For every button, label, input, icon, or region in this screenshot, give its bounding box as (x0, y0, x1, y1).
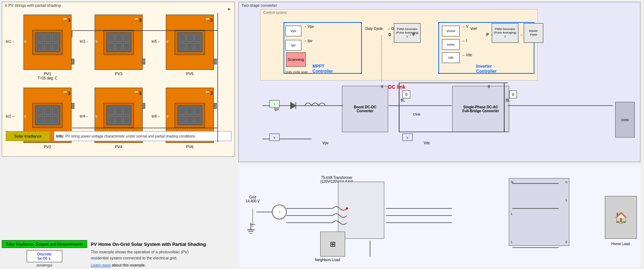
single-phase-label: Single-Phase DC-ACFull-Bridge Converter (463, 105, 499, 113)
home-load-icon: 🏠 (614, 211, 628, 224)
neighbors-label: Neighbors Load (315, 258, 340, 262)
pv1-panel-icon (35, 32, 60, 52)
pv4-arrow: →∃ (134, 91, 142, 96)
description-text: This example shows the operation of a ph… (91, 249, 233, 261)
ir3-label: Ir (95, 40, 97, 43)
n-label-r: n (565, 180, 567, 184)
vconv-block: Vconv (442, 26, 460, 36)
conv-box: conv (615, 102, 635, 138)
solar-irradiance-label: Solar Irradiance (14, 134, 42, 138)
svg-rect-25 (269, 100, 279, 108)
n-label: N (511, 180, 513, 184)
vdc-out-label: → Vdc (461, 53, 472, 57)
pv4-inner (104, 103, 134, 128)
grid-text: Grid14,400 V (246, 195, 260, 203)
pv1-inner (32, 30, 63, 55)
pv2-arrow: →∃ (63, 91, 70, 96)
iconv-label: Iconv (447, 43, 455, 46)
scanning-box: Scanning (286, 52, 306, 67)
l2-label: L (511, 240, 513, 244)
pwm2-label: PWM Generator(Pulse Averaging)2 (494, 27, 516, 38)
pv5-label: PV5 (186, 72, 194, 76)
svg-rect-21 (269, 134, 279, 141)
pwm1-label: PWM Generator(Pulse Averaging)1 (396, 27, 418, 38)
bipolar-label: BipolarPWM (529, 29, 538, 37)
boost-label: Boost DC-DCConverter (354, 105, 376, 113)
duty-cycle-label: Duty Cycle (365, 27, 382, 31)
info-label: Info: (56, 134, 64, 138)
pv5-arrow: →∃ (206, 18, 213, 23)
svg-point-32 (272, 205, 286, 219)
one-label: 1 (565, 198, 567, 202)
svg-text:v: v (407, 136, 408, 139)
learn-more-link[interactable]: Learn more (91, 263, 111, 267)
pv1-label: PV1 (44, 72, 51, 76)
neighbors-box: ⊞ (320, 232, 345, 257)
distribution-panel: N L L n 1 2 (509, 178, 569, 246)
two-stage-box: Two-stage converter Control system MPPTC… (238, 2, 640, 162)
grid-label: Grid14,400 V (246, 195, 260, 203)
duty-cycle-scan-label: Duty cycle scan (285, 70, 308, 74)
bottom-left-controls: Solar Irradiance, Scopes and Measurement… (2, 240, 87, 267)
two-stage-title: Two-stage converter (242, 3, 277, 7)
bl-label-2: BL (506, 98, 510, 102)
pv-section-title: 6 PV strings with partial shading (5, 3, 61, 7)
pv1-box: m →∃ PV1 T=25 deg. C (23, 15, 72, 70)
pv3-label: PV3 (115, 72, 122, 76)
ir5-label: Ir (167, 40, 169, 43)
v-out-label: → V (461, 25, 468, 29)
irr1-label: Irr1→ (6, 40, 15, 43)
ipv-out-label: → Ipv (303, 39, 312, 43)
pv5-panel-icon (178, 32, 202, 52)
control-system-box: Control system MPPTController InverterCo… (260, 9, 538, 81)
pv2-inner (32, 103, 63, 128)
g-label-2: g (488, 84, 490, 88)
p-label: → P (408, 33, 415, 37)
inverter-label: InverterController (476, 64, 496, 74)
solar-irradiance-box[interactable]: Solar Irradiance (6, 131, 50, 141)
l-label: L (511, 212, 513, 216)
vpv-block: Vpv (285, 26, 301, 36)
svg-rect-6 (214, 59, 217, 64)
d-label-1: D (389, 33, 391, 37)
info-box: Info: PV string power-voltage characteri… (54, 131, 232, 141)
vpv-main-label: Vpv (322, 141, 328, 145)
pv3-panel-icon (106, 32, 131, 52)
ipv-main-label: Ipv (274, 107, 279, 111)
zero-block-2: 0 (509, 90, 517, 98)
p-label-2: P → (486, 33, 493, 37)
pv2-panel-icon (35, 105, 60, 125)
discrete-box: Discrete5e-06 s. (27, 250, 62, 262)
ir6-label: Ir (167, 114, 169, 118)
i-out-label: → I (461, 39, 467, 43)
svg-rect-9 (214, 103, 217, 109)
pv4-panel-icon (106, 105, 131, 125)
description-suffix: about this example. (112, 263, 146, 267)
transformer-box (338, 182, 384, 239)
home-load-box: 🏠 (605, 196, 637, 239)
description-area: PV Home On-Grid Solar System with Partia… (91, 242, 233, 267)
scanning-label: Scanning (288, 57, 304, 62)
pv5-box: m →∃ PV5 (166, 15, 214, 70)
pwm-generator-2-block: PWM Generator(Pulse Averaging)2 (492, 23, 518, 43)
pv1-arrow: →∃ (63, 18, 70, 23)
irr4-label: Irr4→ (80, 114, 89, 118)
solar-irradiance-scopes-button[interactable]: Solar Irradiance, Scopes and Measurement… (2, 240, 87, 248)
irr2-label: Irr2→ (6, 114, 15, 118)
pv1-sublabel: T=25 deg. C (38, 76, 57, 80)
left-panel: 6 PV strings with partial shading + - m … (0, 0, 237, 269)
grid-section: Grid14,400 V 75-kVA Transformer(120V/120… (238, 166, 640, 267)
svg-rect-7 (72, 103, 74, 109)
description-title: PV Home On-Grid Solar System with Partia… (91, 242, 233, 247)
discrete-label: Discrete5e-06 s. (37, 252, 52, 260)
g-label-1: g (381, 84, 383, 88)
svg-text:v: v (274, 136, 275, 139)
svg-text:~: ~ (278, 209, 280, 214)
home-load-label: Home Load (611, 242, 630, 246)
bl-label-1: BL (401, 98, 405, 102)
svg-rect-4 (72, 59, 74, 64)
iconv-block: Iconv (442, 39, 460, 50)
single-phase-block: Single-Phase DC-ACFull-Bridge Converter (452, 86, 509, 132)
pv5-inner (175, 30, 205, 55)
pv3-arrow: →∃ (134, 18, 142, 23)
